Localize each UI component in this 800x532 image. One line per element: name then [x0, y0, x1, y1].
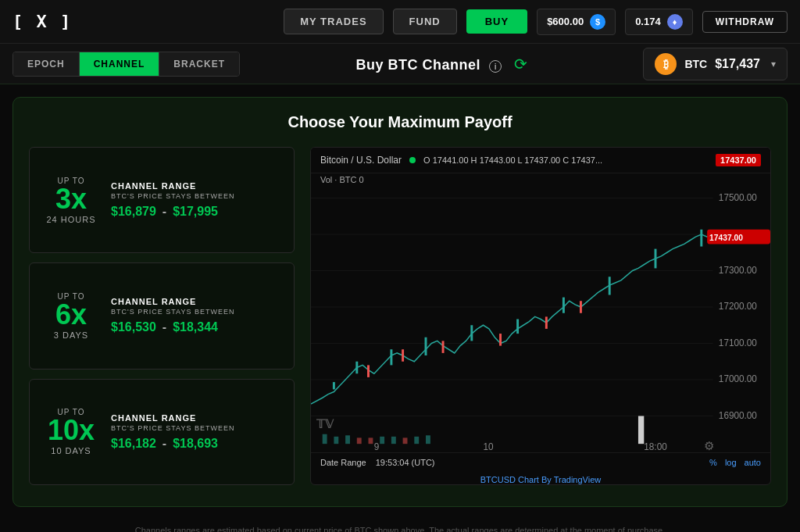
tab-group: EPOCH CHANNEL BRACKET	[12, 52, 240, 77]
svg-text:17300.00: 17300.00	[719, 264, 757, 275]
fund-button[interactable]: FUND	[393, 9, 457, 34]
svg-text:9: 9	[374, 441, 380, 452]
multiplier-val-10x: 10x	[48, 416, 95, 445]
refresh-button[interactable]: ⟳	[514, 55, 527, 73]
payoff-card-3x[interactable]: UP TO 3x 24 HOURS CHANNEL RANGE BTC'S PR…	[29, 147, 295, 253]
multiplier-block-6x: UP TO 6x 3 DAYS	[44, 292, 98, 340]
chart-footer-right: % log auto	[709, 458, 761, 467]
range-info-3x: CHANNEL RANGE BTC'S PRICE STAYS BETWEEN …	[111, 181, 280, 219]
eth-amount: 0.174	[635, 16, 661, 27]
page-title-text: Buy BTC Channel	[355, 57, 480, 73]
svg-rect-32	[345, 435, 350, 444]
range-dash-6x: -	[162, 320, 166, 334]
chart-vol: Vol · BTC 0	[311, 173, 770, 186]
range-low-6x: $16,530	[111, 320, 156, 334]
page-title-area: Buy BTC Channel i ⟳	[240, 55, 643, 73]
channel-range-label-3x: CHANNEL RANGE	[111, 181, 280, 191]
svg-rect-35	[380, 437, 384, 444]
svg-text:17200.00: 17200.00	[719, 301, 757, 312]
range-dash-10x: -	[162, 437, 166, 451]
usd-amount: $600.00	[547, 16, 584, 27]
range-values-6x: $16,530 - $18,344	[111, 320, 280, 334]
multiplier-block-10x: UP TO 10x 10 DAYS	[44, 408, 98, 455]
svg-text:17500.00: 17500.00	[719, 191, 757, 202]
footer-note: Channels ranges are estimated based on c…	[0, 520, 800, 532]
chart-footer: Date Range 19:53:04 (UTC) % log auto	[311, 452, 770, 472]
btc-icon: ₿	[655, 53, 677, 75]
chart-ohlc: O 17441.00 H 17443.00 L 17437.00 C 17437…	[423, 155, 602, 165]
duration-10x: 10 DAYS	[51, 446, 91, 455]
withdraw-button[interactable]: WITHDRAW	[702, 11, 788, 33]
range-info-6x: CHANNEL RANGE BTC'S PRICE STAYS BETWEEN …	[111, 297, 280, 334]
asset-price: $17,437	[715, 57, 760, 71]
svg-rect-30	[323, 434, 327, 444]
channel-range-label-6x: CHANNEL RANGE	[111, 297, 280, 306]
svg-text:18:00: 18:00	[644, 441, 667, 452]
percent-toggle[interactable]: %	[709, 458, 717, 467]
svg-rect-38	[414, 437, 419, 444]
chart-canvas: 17500.00 17400.00 17300.00 17200.00 1710…	[311, 186, 770, 452]
info-icon[interactable]: i	[489, 60, 502, 73]
chart-live-dot	[409, 157, 416, 163]
multiplier-block-3x: UP TO 3x 24 HOURS	[44, 177, 98, 224]
section-heading: Choose Your Maximum Payoff	[29, 113, 771, 131]
auto-toggle[interactable]: auto	[745, 458, 761, 467]
channel-range-label-10x: CHANNEL RANGE	[111, 413, 280, 423]
payoff-card-10x[interactable]: UP TO 10x 10 DAYS CHANNEL RANGE BTC'S PR…	[29, 379, 295, 485]
stays-between-10x: BTC'S PRICE STAYS BETWEEN	[111, 424, 280, 432]
content-grid: UP TO 3x 24 HOURS CHANNEL RANGE BTC'S PR…	[29, 147, 771, 485]
range-low-10x: $16,182	[111, 437, 156, 451]
svg-text:⚙: ⚙	[704, 439, 714, 452]
range-low-3x: $16,879	[111, 205, 156, 219]
eth-balance: 0.174 ♦	[625, 9, 693, 35]
svg-text:16900.00: 16900.00	[719, 409, 757, 420]
top-nav: [ X ] MY TRADES FUND BUY $600.00 $ 0.174…	[0, 0, 800, 44]
range-info-10x: CHANNEL RANGE BTC'S PRICE STAYS BETWEEN …	[111, 413, 280, 451]
chart-header: Bitcoin / U.S. Dollar O 17441.00 H 17443…	[311, 148, 770, 173]
svg-rect-40	[638, 416, 644, 445]
logo: [ X ]	[12, 12, 72, 31]
chart-pair-name: Bitcoin / U.S. Dollar	[320, 155, 402, 166]
range-high-3x: $17,995	[173, 205, 218, 219]
log-toggle[interactable]: log	[725, 458, 737, 467]
payoff-card-6x[interactable]: UP TO 6x 3 DAYS CHANNEL RANGE BTC'S PRIC…	[29, 262, 295, 369]
range-values-3x: $16,879 - $17,995	[111, 205, 280, 219]
range-values-10x: $16,182 - $18,693	[111, 437, 280, 451]
svg-rect-36	[391, 437, 396, 444]
duration-3x: 24 HOURS	[46, 215, 95, 224]
tab-epoch[interactable]: EPOCH	[13, 52, 80, 76]
sub-nav: EPOCH CHANNEL BRACKET Buy BTC Channel i …	[0, 44, 800, 84]
range-dash-3x: -	[162, 205, 166, 219]
svg-text:17437.00: 17437.00	[709, 232, 743, 241]
svg-text:17000.00: 17000.00	[719, 373, 757, 384]
svg-text:10: 10	[484, 441, 494, 452]
my-trades-button[interactable]: MY TRADES	[284, 9, 383, 34]
chart-current-price: 17437.00	[716, 154, 761, 166]
svg-rect-37	[403, 437, 408, 444]
payoff-options: UP TO 3x 24 HOURS CHANNEL RANGE BTC'S PR…	[29, 147, 295, 485]
asset-name: BTC	[684, 58, 707, 70]
date-range-selector[interactable]: Date Range	[320, 458, 366, 467]
usd-icon: $	[590, 14, 605, 30]
multiplier-val-6x: 6x	[55, 301, 87, 329]
multiplier-val-3x: 3x	[55, 185, 87, 213]
tab-channel[interactable]: CHANNEL	[80, 52, 160, 76]
stays-between-6x: BTC'S PRICE STAYS BETWEEN	[111, 308, 280, 316]
svg-text:17100.00: 17100.00	[719, 337, 757, 348]
chart-area: Bitcoin / U.S. Dollar O 17441.00 H 17443…	[310, 147, 771, 485]
tradingview-credit: BTCUSD Chart By TradingView	[311, 472, 770, 484]
main-content: Choose Your Maximum Payoff UP TO 3x 24 H…	[12, 97, 788, 507]
tab-bracket[interactable]: BRACKET	[159, 52, 239, 76]
svg-rect-34	[369, 437, 373, 444]
range-high-10x: $18,693	[173, 437, 218, 451]
svg-rect-33	[357, 437, 362, 444]
range-high-6x: $18,344	[173, 320, 218, 334]
svg-rect-39	[426, 435, 430, 444]
asset-selector[interactable]: ₿ BTC $17,437 ▾	[643, 48, 788, 80]
duration-6x: 3 DAYS	[54, 330, 88, 340]
stays-between-3x: BTC'S PRICE STAYS BETWEEN	[111, 192, 280, 200]
buy-button[interactable]: BUY	[466, 9, 527, 34]
chart-time: 19:53:04 (UTC)	[376, 458, 435, 467]
chevron-down-icon: ▾	[771, 59, 776, 70]
svg-text:𝕋𝕍: 𝕋𝕍	[316, 417, 334, 430]
